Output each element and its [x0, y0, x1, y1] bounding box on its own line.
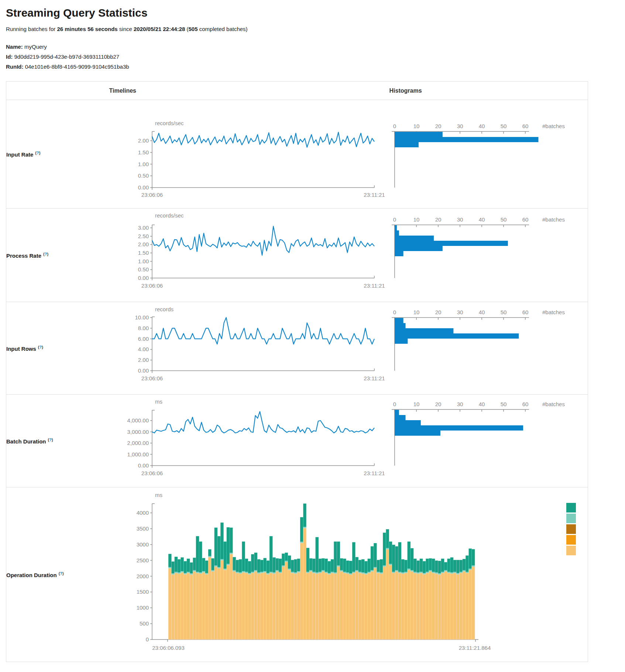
input-rows-label: Input Rows [6, 346, 36, 352]
svg-text:0.50: 0.50 [138, 266, 148, 272]
running-since: since [118, 26, 134, 32]
svg-text:4,000.00: 4,000.00 [127, 417, 148, 424]
svg-text:3,000.00: 3,000.00 [127, 429, 148, 435]
id-label: Id: [6, 54, 13, 60]
runid-label: RunId: [6, 64, 23, 70]
svg-text:40: 40 [478, 401, 485, 407]
svg-text:2.50: 2.50 [138, 233, 148, 239]
input-rate-timeline-cell: 2.001.501.000.500.00records/sec23:06:062… [109, 100, 389, 209]
svg-text:2,000.00: 2,000.00 [127, 440, 148, 446]
input-rate-help-icon[interactable]: (?) [35, 151, 40, 155]
svg-text:40: 40 [478, 309, 485, 315]
process-rate-histogram-cell: 0102030405060#batches [389, 209, 588, 302]
svg-text:23:11:21.864: 23:11:21.864 [459, 645, 490, 651]
completed-batches-count: 505 [189, 26, 198, 32]
running-suffix: completed batches) [198, 26, 248, 32]
svg-text:40: 40 [478, 123, 485, 129]
svg-text:#batches: #batches [542, 216, 565, 223]
svg-text:50: 50 [500, 216, 506, 223]
input-rows-help-icon[interactable]: (?) [38, 345, 43, 349]
input-rate-label: Input Rate [6, 151, 33, 158]
svg-text:60: 60 [522, 401, 528, 407]
svg-text:0: 0 [145, 636, 148, 642]
svg-text:60: 60 [522, 216, 528, 223]
svg-text:23:11:21: 23:11:21 [364, 192, 385, 198]
svg-text:2000: 2000 [136, 573, 148, 579]
svg-text:10: 10 [413, 401, 419, 407]
process-rate-row: Process Rate(?) 3.002.502.001.501.000.50… [6, 209, 588, 302]
svg-text:30: 30 [457, 401, 463, 407]
svg-text:#batches: #batches [542, 123, 565, 129]
streaming-query-statistics-page: Streaming Query Statistics Running batch… [0, 0, 625, 672]
batch-duration-label-cell: Batch Duration(?) [6, 395, 109, 487]
timelines-header-label: Timelines [109, 88, 137, 94]
svg-text:10: 10 [413, 309, 419, 315]
svg-text:60: 60 [522, 123, 528, 129]
input-rows-timeline-chart: 10.008.006.004.002.000.00records23:06:06… [109, 302, 389, 394]
input-rate-label-cell: Input Rate(?) [6, 100, 109, 209]
operation-duration-chart-cell: 40003500300025002000150010005000ms23:06:… [109, 487, 588, 662]
process-rate-label: Process Rate [6, 253, 41, 259]
batch-duration-timeline-chart: 4,000.003,000.002,000.001,000.000.00ms23… [109, 395, 389, 487]
query-name-line: Name: myQuery [6, 42, 619, 52]
batch-duration-histogram-cell: 0102030405060#batches [389, 395, 588, 487]
svg-text:20: 20 [435, 309, 441, 315]
operation-duration-stacked-chart: 40003500300025002000150010005000ms23:06:… [109, 487, 588, 662]
svg-text:1500: 1500 [136, 589, 148, 595]
svg-text:23:06:06: 23:06:06 [141, 192, 162, 198]
svg-text:23:06:06: 23:06:06 [141, 375, 162, 381]
input-rows-histogram-chart: 0102030405060#batches [389, 302, 588, 394]
batch-duration-timeline-cell: 4,000.003,000.002,000.001,000.000.00ms23… [109, 395, 389, 487]
metric-header-cell [6, 82, 109, 100]
query-metadata: Name: myQuery Id: 9d0dd219-995d-423e-b97… [6, 42, 619, 72]
svg-text:#batches: #batches [542, 401, 565, 407]
histograms-header-label: Histograms [389, 88, 422, 94]
svg-text:50: 50 [500, 123, 506, 129]
svg-text:0.00: 0.00 [138, 367, 148, 374]
svg-text:records/sec: records/sec [155, 212, 184, 219]
svg-text:0: 0 [393, 123, 396, 129]
svg-text:#batches: #batches [542, 309, 565, 315]
svg-text:50: 50 [500, 309, 506, 315]
process-rate-help-icon[interactable]: (?) [43, 252, 48, 256]
input-rows-label-cell: Input Rows(?) [6, 302, 109, 395]
process-rate-timeline-chart: 3.002.502.001.501.000.500.00records/sec2… [109, 209, 389, 302]
page-title: Streaming Query Statistics [6, 7, 619, 19]
histograms-header-cell: Histograms [389, 82, 588, 100]
svg-text:1,000.00: 1,000.00 [127, 451, 148, 457]
svg-text:20: 20 [435, 123, 441, 129]
svg-text:records: records [155, 306, 174, 312]
svg-text:500: 500 [139, 620, 148, 627]
svg-text:23:06:06: 23:06:06 [141, 282, 162, 289]
svg-text:1000: 1000 [136, 604, 148, 611]
process-rate-timeline-cell: 3.002.502.001.501.000.500.00records/sec2… [109, 209, 389, 302]
svg-text:2.00: 2.00 [138, 241, 148, 247]
batch-duration-help-icon[interactable]: (?) [48, 438, 53, 442]
operation-duration-label: Operation Duration [6, 572, 57, 578]
operation-duration-row: Operation Duration(?) 400035003000250020… [6, 487, 588, 662]
input-rate-histogram-cell: 0102030405060#batches [389, 100, 588, 209]
operation-duration-label-cell: Operation Duration(?) [6, 487, 109, 662]
name-value: myQuery [23, 44, 47, 50]
svg-text:4000: 4000 [136, 510, 148, 516]
svg-text:0: 0 [393, 309, 396, 315]
input-rows-timeline-cell: 10.008.006.004.002.000.00records23:06:06… [109, 302, 389, 395]
svg-text:23:11:21: 23:11:21 [364, 470, 385, 476]
timelines-header-cell: Timelines [109, 82, 389, 100]
svg-text:30: 30 [457, 216, 463, 223]
svg-text:3500: 3500 [136, 525, 148, 532]
process-rate-label-cell: Process Rate(?) [6, 209, 109, 302]
svg-text:0: 0 [393, 216, 396, 223]
svg-text:20: 20 [435, 401, 441, 407]
svg-text:2.00: 2.00 [138, 137, 148, 144]
svg-text:10.00: 10.00 [135, 314, 149, 320]
statistics-table: Timelines Histograms Input Rate(?) 2.001… [6, 81, 588, 662]
running-summary: Running batches for 26 minutes 56 second… [6, 26, 619, 32]
operation-duration-help-icon[interactable]: (?) [59, 571, 64, 576]
table-header-row: Timelines Histograms [6, 82, 588, 100]
svg-text:0.00: 0.00 [138, 462, 148, 469]
svg-text:2500: 2500 [136, 557, 148, 563]
svg-text:20: 20 [435, 216, 441, 223]
process-rate-histogram-chart: 0102030405060#batches [389, 209, 588, 302]
svg-text:0.00: 0.00 [138, 275, 148, 281]
